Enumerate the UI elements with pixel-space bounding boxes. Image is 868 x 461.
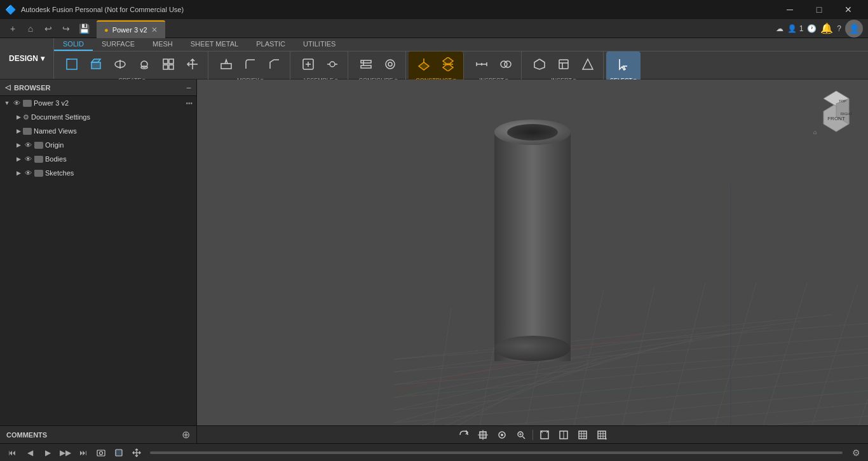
midplane-button[interactable]: [437, 53, 459, 76]
new-tab-button[interactable]: +: [5, 21, 20, 36]
tab-plastic[interactable]: PLASTIC: [247, 38, 294, 51]
browser-collapse-icon[interactable]: ◁: [5, 83, 10, 92]
display-mode-button[interactable]: [555, 428, 573, 442]
insert-decal-button[interactable]: [576, 53, 599, 76]
redo-button[interactable]: ↪: [58, 21, 74, 36]
close-button[interactable]: ✕: [834, 0, 863, 19]
minimize-button[interactable]: ─: [775, 0, 804, 19]
timeline-move-button[interactable]: [130, 446, 144, 460]
timeline-beginning-button[interactable]: ⏮: [5, 446, 19, 460]
comments-panel: COMMENTS ⊕: [0, 426, 197, 443]
timeline-track[interactable]: [150, 451, 843, 454]
tree-arrow-root: ▼: [3, 99, 11, 107]
select-tool-button[interactable]: [612, 53, 635, 76]
viewport-tools: [197, 428, 868, 442]
timeline-play-button[interactable]: ▶: [41, 446, 55, 460]
timeline-camera-button[interactable]: [94, 446, 108, 460]
help-button[interactable]: ?: [837, 24, 841, 33]
user-count-button[interactable]: 👤 1: [787, 24, 804, 33]
svg-rect-35: [559, 60, 568, 69]
press-pull-button[interactable]: [215, 53, 238, 76]
pan-tool-button[interactable]: [474, 428, 492, 442]
tree-item-sketches[interactable]: ▶ 👁 Sketches: [0, 166, 196, 180]
doc-tab-icon: ●: [104, 26, 109, 34]
tree-arrow-sketches: ▶: [14, 169, 23, 177]
clock-button[interactable]: 🕐: [807, 24, 817, 33]
interference-button[interactable]: [494, 53, 517, 76]
tab-sheet-metal[interactable]: SHEET METAL: [182, 38, 247, 51]
chamfer-button[interactable]: [263, 53, 286, 76]
settings-button[interactable]: ⚙: [849, 446, 863, 460]
cloud-save-button[interactable]: ☁: [776, 24, 783, 33]
tab-solid[interactable]: SOLID: [54, 38, 93, 51]
new-component-button[interactable]: [297, 53, 320, 76]
timeline-end-button[interactable]: ⏭: [76, 446, 90, 460]
offset-plane-button[interactable]: [412, 53, 435, 76]
visibility-icon-origin[interactable]: 👁: [23, 140, 33, 150]
comments-add-button[interactable]: ⊕: [182, 429, 190, 441]
viewcube[interactable]: FRONT TOP RIGHT ⌂: [811, 86, 862, 137]
svg-line-47: [394, 308, 868, 359]
doc-tab[interactable]: ● Power 3 v2 ✕: [97, 20, 165, 38]
tab-mesh[interactable]: MESH: [144, 38, 182, 51]
tree-options-root[interactable]: •••: [186, 100, 193, 107]
tree-item-root[interactable]: ▼ 👁 Power 3 v2 •••: [0, 96, 196, 110]
configure-more-button[interactable]: [379, 53, 402, 76]
profile-button[interactable]: 👤: [845, 20, 863, 38]
timeline-prev-button[interactable]: ◀: [23, 446, 37, 460]
save-button[interactable]: 💾: [76, 21, 92, 36]
visibility-icon-bodies[interactable]: 👁: [23, 154, 33, 164]
folder-icon-origin: [34, 142, 43, 149]
grid-settings-button[interactable]: [593, 428, 611, 442]
revolve-button[interactable]: [109, 53, 132, 76]
joint-button[interactable]: [321, 53, 344, 76]
tab-utilities[interactable]: UTILITIES: [294, 38, 344, 51]
doc-tab-close-button[interactable]: ✕: [151, 25, 158, 34]
undo-button[interactable]: ↩: [41, 21, 56, 36]
title-bar: 🔷 Autodesk Fusion Personal (Not for Comm…: [0, 0, 868, 19]
fit-screen-button[interactable]: [536, 428, 553, 442]
doc-tab-name: Power 3 v2: [112, 26, 147, 34]
tree-item-named-views[interactable]: ▶ Named Views: [0, 124, 196, 138]
tree-item-origin[interactable]: ▶ 👁 Origin: [0, 138, 196, 152]
notification-button[interactable]: 🔔: [820, 22, 833, 34]
dropdown-arrow-icon: ▾: [41, 54, 44, 63]
hole-button[interactable]: [133, 53, 156, 76]
orbit-tool-button[interactable]: [455, 428, 473, 442]
timeline-next-button[interactable]: ▶▶: [58, 446, 72, 460]
browser-minimize-icon[interactable]: −: [186, 83, 191, 93]
move-button[interactable]: [181, 53, 204, 76]
tree-item-doc-settings[interactable]: ▶ ⚙ Document Settings: [0, 110, 196, 124]
fillet-button[interactable]: [239, 53, 262, 76]
visibility-icon-sketches[interactable]: 👁: [23, 168, 33, 178]
viewport[interactable]: FRONT TOP RIGHT ⌂: [197, 79, 868, 425]
design-dropdown[interactable]: DESIGN ▾: [0, 38, 54, 79]
home-button[interactable]: ⌂: [23, 21, 38, 36]
insert-mesh-button[interactable]: [528, 53, 551, 76]
look-at-button[interactable]: [493, 428, 511, 442]
maximize-button[interactable]: □: [804, 0, 834, 19]
zoom-tool-button[interactable]: [512, 428, 530, 442]
visibility-icon-root[interactable]: 👁: [11, 98, 22, 108]
svg-text:⌂: ⌂: [813, 129, 817, 135]
cylinder-model: [494, 120, 571, 361]
insert-svg-button[interactable]: [552, 53, 575, 76]
user-icon: 👤: [787, 24, 797, 33]
tree-label-origin: Origin: [45, 141, 64, 149]
construct-buttons: [412, 53, 459, 76]
create-more-button[interactable]: [157, 53, 180, 76]
tab-surface[interactable]: SURFACE: [93, 38, 144, 51]
measure-button[interactable]: [470, 53, 493, 76]
svg-line-51: [394, 327, 769, 385]
parameters-button[interactable]: [355, 53, 377, 76]
inspect-buttons: [470, 53, 517, 76]
extrude-button[interactable]: [85, 53, 107, 76]
timeline-body-button[interactable]: [112, 446, 126, 460]
tree-item-bodies[interactable]: ▶ 👁 Bodies: [0, 152, 196, 166]
svg-point-106: [100, 451, 103, 455]
tree-arrow-doc-settings: ▶: [14, 113, 23, 121]
cylinder-body: [494, 132, 571, 361]
svg-line-64: [654, 283, 705, 425]
create-sketch-button[interactable]: [60, 53, 83, 76]
grid-display-button[interactable]: [574, 428, 592, 442]
